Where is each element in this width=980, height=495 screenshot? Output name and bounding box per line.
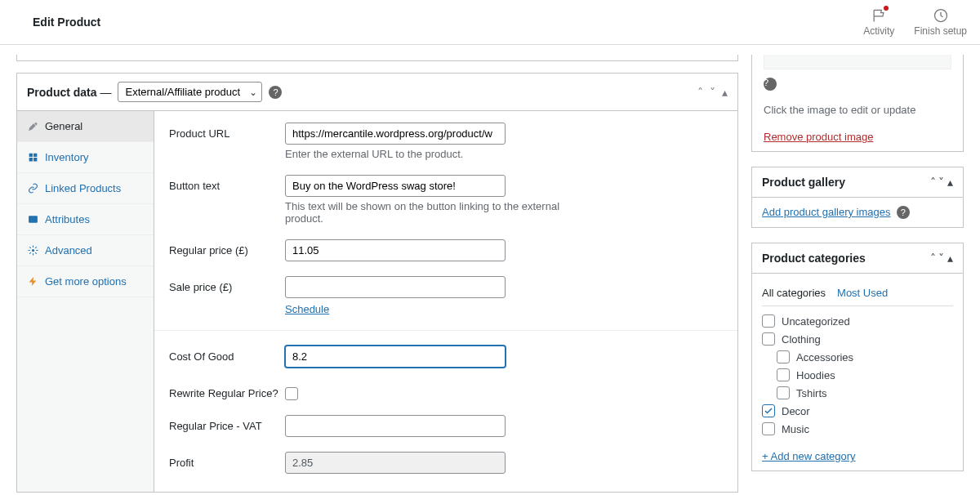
tab-inventory-label: Inventory <box>45 151 88 163</box>
link-icon <box>27 183 38 194</box>
category-label: Decor <box>782 405 810 417</box>
tab-linked-products[interactable]: Linked Products <box>17 173 154 204</box>
tab-linked-label: Linked Products <box>45 182 121 194</box>
category-item-clothing[interactable]: Clothing <box>762 332 953 346</box>
panel-down-icon[interactable]: ˅ <box>938 252 944 265</box>
category-item-hoodies[interactable]: Hoodies <box>777 368 953 381</box>
checkbox-checked-icon[interactable] <box>762 404 775 417</box>
product-url-help: Enter the external URL to the product. <box>285 148 506 160</box>
category-item-decor[interactable]: Decor <box>762 404 953 417</box>
category-item-accessories[interactable]: Accessories <box>777 350 953 363</box>
regular-price-label: Regular price (£) <box>169 239 285 256</box>
gear-icon <box>27 245 38 256</box>
svg-point-2 <box>31 249 33 252</box>
wrench-icon <box>27 121 38 132</box>
divider <box>154 330 737 331</box>
regular-vat-input[interactable] <box>285 415 506 437</box>
activity-label: Activity <box>863 25 894 37</box>
profit-input <box>285 452 506 474</box>
product-type-select[interactable]: External/Affiliate product <box>118 82 262 102</box>
gallery-title: Product gallery <box>762 176 930 189</box>
sale-price-label: Sale price (£) <box>169 276 285 293</box>
product-data-panel: Product data — External/Affiliate produc… <box>16 73 738 493</box>
tab-general-label: General <box>45 120 82 132</box>
category-label: Music <box>782 423 809 435</box>
image-help-text: Click the image to edit or update <box>764 104 951 116</box>
panel-down-icon[interactable]: ˅ <box>938 176 944 189</box>
panel-toggle-icon[interactable]: ▴ <box>947 252 953 265</box>
profit-label: Profit <box>169 452 285 469</box>
activity-button[interactable]: Activity <box>863 7 894 37</box>
product-categories-panel: Product categories ˄ ˅ ▴ All categories … <box>751 243 964 471</box>
title-prefix: Product data <box>27 86 97 99</box>
page-title: Edit Product <box>13 16 100 29</box>
regular-price-input[interactable] <box>285 239 506 261</box>
add-new-category-link[interactable]: + Add new category <box>762 450 856 462</box>
help-icon[interactable]: ? <box>897 206 910 219</box>
checkbox-icon[interactable] <box>762 332 775 346</box>
category-label: Accessories <box>796 351 853 363</box>
product-gallery-panel: Product gallery ˄ ˅ ▴ Add product galler… <box>751 167 964 228</box>
panel-toggle-icon[interactable]: ▴ <box>947 176 953 189</box>
finish-label: Finish setup <box>914 25 967 37</box>
panel-up-icon[interactable]: ˄ <box>930 176 936 189</box>
attributes-icon <box>27 214 38 225</box>
tab-advanced-label: Advanced <box>45 244 92 256</box>
sale-price-input[interactable] <box>285 276 506 298</box>
flag-icon <box>871 7 887 24</box>
schedule-link[interactable]: Schedule <box>285 303 329 315</box>
category-label: Hoodies <box>796 369 835 381</box>
tab-all-categories[interactable]: All categories <box>762 282 826 305</box>
product-data-title: Product data — <box>27 86 111 99</box>
tab-most-used[interactable]: Most Used <box>837 282 888 305</box>
finish-setup-button[interactable]: Finish setup <box>914 7 967 37</box>
checkbox-icon[interactable] <box>777 368 790 381</box>
panel-up-icon[interactable]: ˄ <box>930 252 936 265</box>
category-item-music[interactable]: Music <box>762 422 953 435</box>
cost-of-good-label: Cost Of Good <box>169 346 285 363</box>
product-url-input[interactable] <box>285 123 506 145</box>
category-item-tshirts[interactable]: Tshirts <box>777 386 953 399</box>
checkbox-icon[interactable] <box>762 422 775 435</box>
help-icon[interactable]: ? <box>269 86 282 99</box>
clock-icon <box>933 7 949 24</box>
panel-toggle-icon[interactable]: ▴ <box>722 86 728 99</box>
checkbox-icon[interactable] <box>777 386 790 399</box>
svg-rect-1 <box>29 216 38 223</box>
rewrite-regular-label: Rewrite Regular Price? <box>169 382 285 399</box>
regular-vat-label: Regular Price - VAT <box>169 415 285 432</box>
button-text-help: This text will be shown on the button li… <box>285 200 595 225</box>
more-icon <box>27 276 38 287</box>
inventory-icon <box>27 152 38 163</box>
collapsed-panel <box>16 55 738 61</box>
tab-general[interactable]: General <box>17 111 154 142</box>
tab-advanced[interactable]: Advanced <box>17 235 154 266</box>
checkbox-icon[interactable] <box>762 314 775 328</box>
checkbox-icon[interactable] <box>777 350 790 363</box>
product-image-box: ? Click the image to edit or update Remo… <box>751 55 964 152</box>
tab-attributes-label: Attributes <box>45 213 90 225</box>
panel-up-icon[interactable]: ˄ <box>697 86 703 99</box>
button-text-label: Button text <box>169 175 285 192</box>
help-icon[interactable]: ? <box>764 78 777 91</box>
tab-more-label: Get more options <box>45 275 127 288</box>
categories-title: Product categories <box>762 252 930 265</box>
title-dash: — <box>100 86 111 99</box>
category-label: Uncategorized <box>782 315 850 328</box>
category-label: Tshirts <box>796 387 827 399</box>
category-item-uncategorized[interactable]: Uncategorized <box>762 314 953 328</box>
product-url-label: Product URL <box>169 123 285 140</box>
button-text-input[interactable] <box>285 175 506 197</box>
remove-image-link[interactable]: Remove product image <box>764 131 873 143</box>
panel-down-icon[interactable]: ˅ <box>710 86 715 99</box>
rewrite-regular-checkbox[interactable] <box>285 387 298 400</box>
product-image-preview[interactable] <box>764 55 951 69</box>
product-data-tabs: General Inventory Linked Products <box>17 111 154 492</box>
tab-inventory[interactable]: Inventory <box>17 142 154 173</box>
add-gallery-images-link[interactable]: Add product gallery images <box>762 206 891 218</box>
tab-attributes[interactable]: Attributes <box>17 204 154 235</box>
category-label: Clothing <box>782 333 821 346</box>
tab-more-options[interactable]: Get more options <box>17 266 154 297</box>
cost-of-good-input[interactable] <box>285 346 506 368</box>
